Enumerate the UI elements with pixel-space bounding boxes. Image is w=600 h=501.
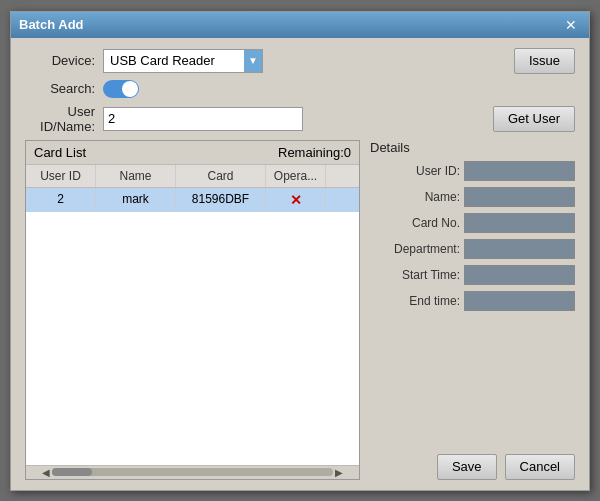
userid-row: User ID/Name: Get User xyxy=(25,104,575,134)
details-starttime-row: Start Time: xyxy=(370,265,575,285)
details-userid-label: User ID: xyxy=(370,164,460,178)
details-userid-field xyxy=(464,161,575,181)
dropdown-arrow-icon: ▼ xyxy=(244,50,262,72)
details-endtime-row: End time: xyxy=(370,291,575,311)
userid-label: User ID/Name: xyxy=(25,104,95,134)
details-name-label: Name: xyxy=(370,190,460,204)
details-cardno-label: Card No. xyxy=(370,216,460,230)
details-starttime-field xyxy=(464,265,575,285)
horizontal-scrollbar[interactable]: ◀ ▶ xyxy=(26,465,359,479)
details-name-row: Name: xyxy=(370,187,575,207)
issue-button[interactable]: Issue xyxy=(514,48,575,74)
userid-input[interactable] xyxy=(103,107,303,131)
details-userid-row: User ID: xyxy=(370,161,575,181)
col-card: Card xyxy=(176,165,266,187)
scrollbar-track-inner xyxy=(52,468,333,476)
col-name: Name xyxy=(96,165,176,187)
card-list-title: Card List xyxy=(34,145,86,160)
details-panel: Details User ID: Name: Card No. Departme… xyxy=(370,140,575,480)
details-dept-field xyxy=(464,239,575,259)
dialog-body: Device: USB Card Reader ▼ Issue Search: … xyxy=(11,38,589,490)
details-dept-row: Department: xyxy=(370,239,575,259)
getuser-button[interactable]: Get User xyxy=(493,106,575,132)
save-button[interactable]: Save xyxy=(437,454,497,480)
device-dropdown[interactable]: USB Card Reader ▼ xyxy=(103,49,263,73)
table-body: 2 mark 81596DBF ✕ xyxy=(26,188,359,465)
cell-action[interactable]: ✕ xyxy=(266,188,326,212)
cancel-button[interactable]: Cancel xyxy=(505,454,575,480)
scroll-left-icon[interactable]: ◀ xyxy=(40,467,52,478)
cell-userid: 2 xyxy=(26,188,96,212)
table-row: 2 mark 81596DBF ✕ xyxy=(26,188,359,212)
dialog-title: Batch Add xyxy=(19,17,84,32)
card-list-panel: Card List Remaining:0 User ID Name Card … xyxy=(25,140,360,480)
delete-button[interactable]: ✕ xyxy=(290,192,302,208)
search-toggle[interactable] xyxy=(103,80,139,98)
search-row: Search: xyxy=(25,80,575,98)
main-content: Card List Remaining:0 User ID Name Card … xyxy=(25,140,575,480)
device-name: USB Card Reader xyxy=(110,53,238,68)
device-row: Device: USB Card Reader ▼ Issue xyxy=(25,48,575,74)
close-button[interactable]: ✕ xyxy=(561,17,581,33)
details-endtime-label: End time: xyxy=(370,294,460,308)
scroll-right-icon[interactable]: ▶ xyxy=(333,467,345,478)
scrollbar-thumb xyxy=(52,468,92,476)
details-title: Details xyxy=(370,140,575,155)
cell-name: mark xyxy=(96,188,176,212)
batch-add-dialog: Batch Add ✕ Device: USB Card Reader ▼ Is… xyxy=(10,11,590,491)
details-cardno-row: Card No. xyxy=(370,213,575,233)
details-endtime-field xyxy=(464,291,575,311)
details-cardno-field xyxy=(464,213,575,233)
search-label: Search: xyxy=(25,81,95,96)
device-label: Device: xyxy=(25,53,95,68)
remaining-count: Remaining:0 xyxy=(278,145,351,160)
table-header: User ID Name Card Opera... xyxy=(26,165,359,188)
cell-card: 81596DBF xyxy=(176,188,266,212)
col-opera: Opera... xyxy=(266,165,326,187)
col-userid: User ID xyxy=(26,165,96,187)
details-name-field xyxy=(464,187,575,207)
card-list-header: Card List Remaining:0 xyxy=(26,141,359,165)
details-starttime-label: Start Time: xyxy=(370,268,460,282)
bottom-buttons: Save Cancel xyxy=(370,448,575,480)
toggle-knob xyxy=(122,81,138,97)
details-dept-label: Department: xyxy=(370,242,460,256)
title-bar: Batch Add ✕ xyxy=(11,12,589,38)
